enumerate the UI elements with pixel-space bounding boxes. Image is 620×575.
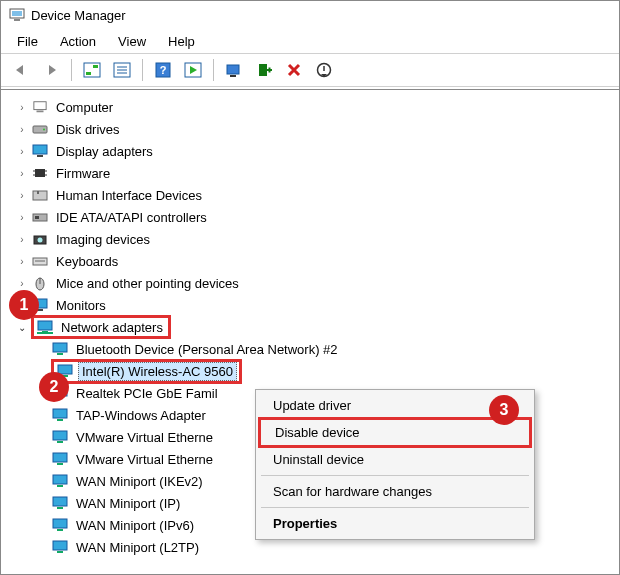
node-label: Mice and other pointing devices	[53, 275, 242, 292]
scan-hw-button[interactable]	[221, 57, 247, 83]
tree-node-keyboards[interactable]: › Keyboards	[15, 250, 619, 272]
svg-rect-54	[57, 463, 63, 465]
node-label: TAP-Windows Adapter	[73, 407, 209, 424]
toolbar-separator	[213, 59, 214, 81]
network-adapter-icon	[51, 450, 69, 468]
callout-1: 1	[9, 290, 39, 320]
svg-rect-55	[53, 475, 67, 484]
ctx-disable-device[interactable]: Disable device	[258, 417, 532, 448]
svg-rect-57	[53, 497, 67, 506]
context-menu-separator	[261, 475, 529, 476]
node-label-selected: Intel(R) Wireless-AC 9560	[78, 362, 237, 381]
menu-view[interactable]: View	[108, 32, 156, 51]
menu-help[interactable]: Help	[158, 32, 205, 51]
tree-node-ide[interactable]: › IDE ATA/ATAPI controllers	[15, 206, 619, 228]
window-title: Device Manager	[31, 8, 126, 23]
ctx-uninstall-device[interactable]: Uninstall device	[259, 447, 531, 472]
svg-rect-56	[57, 485, 63, 487]
menubar: File Action View Help	[1, 29, 619, 53]
show-hide-tree-button[interactable]	[79, 57, 105, 83]
network-adapter-icon	[51, 472, 69, 490]
node-label: IDE ATA/ATAPI controllers	[53, 209, 210, 226]
expander-icon[interactable]: ›	[15, 122, 29, 136]
display-icon	[31, 142, 49, 160]
ctx-scan-hardware[interactable]: Scan for hardware changes	[259, 479, 531, 504]
svg-rect-44	[57, 353, 63, 355]
toolbar: ?	[1, 53, 619, 87]
svg-rect-50	[57, 419, 63, 421]
svg-rect-13	[227, 65, 239, 74]
highlight-box: Network adapters	[31, 315, 171, 339]
svg-rect-22	[37, 155, 43, 157]
svg-rect-4	[86, 72, 91, 75]
node-label: Disk drives	[53, 121, 123, 138]
expander-icon[interactable]: ›	[15, 144, 29, 158]
ctx-properties[interactable]: Properties	[259, 511, 531, 536]
tree-node-intel-wireless[interactable]: Intel(R) Wireless-AC 9560	[51, 360, 619, 382]
firmware-icon	[31, 164, 49, 182]
node-label: WAN Miniport (IPv6)	[73, 517, 197, 534]
menu-file[interactable]: File	[7, 32, 48, 51]
expander-icon[interactable]: ›	[15, 276, 29, 290]
app-icon	[9, 7, 25, 23]
network-adapter-icon	[51, 406, 69, 424]
node-label: Imaging devices	[53, 231, 153, 248]
action-button[interactable]	[180, 57, 206, 83]
back-button[interactable]	[8, 57, 34, 83]
add-legacy-button[interactable]	[251, 57, 277, 83]
tree-node-computer[interactable]: › Computer	[15, 96, 619, 118]
toolbar-separator	[142, 59, 143, 81]
properties-button[interactable]	[109, 57, 135, 83]
disk-icon	[31, 120, 49, 138]
titlebar: Device Manager	[1, 1, 619, 29]
expander-icon[interactable]: ›	[15, 188, 29, 202]
network-adapter-icon	[51, 516, 69, 534]
svg-rect-5	[93, 65, 98, 68]
svg-rect-31	[35, 216, 39, 219]
svg-rect-53	[53, 453, 67, 462]
svg-rect-29	[37, 191, 39, 194]
node-label: WAN Miniport (IP)	[73, 495, 183, 512]
toolbar-separator	[71, 59, 72, 81]
node-label: Human Interface Devices	[53, 187, 205, 204]
context-menu-separator	[261, 507, 529, 508]
svg-rect-23	[35, 169, 45, 177]
node-label: Monitors	[53, 297, 109, 314]
svg-point-33	[38, 238, 43, 243]
node-label: WAN Miniport (L2TP)	[73, 539, 202, 556]
expander-icon[interactable]: ›	[15, 254, 29, 268]
tree-node-hid[interactable]: › Human Interface Devices	[15, 184, 619, 206]
menu-action[interactable]: Action	[50, 32, 106, 51]
expander-icon[interactable]: ›	[15, 166, 29, 180]
tree-node-bt-pan[interactable]: Bluetooth Device (Personal Area Network)…	[51, 338, 619, 360]
help-button[interactable]: ?	[150, 57, 176, 83]
svg-rect-52	[57, 441, 63, 443]
svg-rect-58	[57, 507, 63, 509]
tree-node-disk[interactable]: › Disk drives	[15, 118, 619, 140]
expander-icon[interactable]: ›	[15, 100, 29, 114]
tree-node-network-adapters[interactable]: ⌄ Network adapters	[15, 316, 619, 338]
highlight-box: Intel(R) Wireless-AC 9560	[51, 359, 242, 384]
forward-button[interactable]	[38, 57, 64, 83]
node-label: VMware Virtual Etherne	[73, 451, 216, 468]
mouse-icon	[31, 274, 49, 292]
expander-icon-expanded[interactable]: ⌄	[15, 320, 29, 334]
expander-icon[interactable]: ›	[15, 232, 29, 246]
disable-button[interactable]	[311, 57, 337, 83]
svg-rect-28	[33, 191, 47, 200]
uninstall-button[interactable]	[281, 57, 307, 83]
expander-icon[interactable]: ›	[15, 210, 29, 224]
tree-node-monitors[interactable]: › Monitors	[15, 294, 619, 316]
tree-node-mice[interactable]: › Mice and other pointing devices	[15, 272, 619, 294]
tree-node-firmware[interactable]: › Firmware	[15, 162, 619, 184]
keyboard-icon	[31, 252, 49, 270]
svg-rect-62	[57, 551, 63, 553]
node-label: Computer	[53, 99, 116, 116]
tree-node-imaging[interactable]: › Imaging devices	[15, 228, 619, 250]
node-label: Realtek PCIe GbE Famil	[73, 385, 221, 402]
network-adapter-icon	[51, 538, 69, 556]
hid-icon	[31, 186, 49, 204]
svg-rect-60	[57, 529, 63, 531]
node-label: Network adapters	[58, 319, 166, 336]
tree-node-display[interactable]: › Display adapters	[15, 140, 619, 162]
